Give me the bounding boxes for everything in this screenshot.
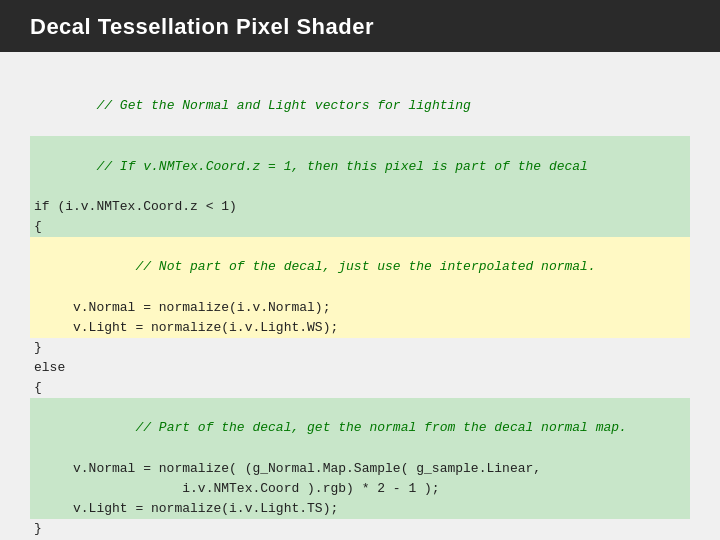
code-line-12: v.Normal = normalize( (g_Normal.Map.Samp…: [30, 459, 690, 479]
code-line-2: // If v.NMTex.Coord.z = 1, then this pix…: [30, 136, 690, 196]
slide: Decal Tessellation Pixel Shader // Get t…: [0, 0, 720, 540]
code-line-1: // Get the Normal and Light vectors for …: [30, 76, 690, 136]
code-line-3: if (i.v.NMTex.Coord.z < 1): [30, 197, 690, 217]
code-line-10: {: [30, 378, 690, 398]
title-bar: Decal Tessellation Pixel Shader: [0, 0, 720, 52]
comment-1: // Get the Normal and Light vectors for …: [96, 98, 470, 113]
slide-title: Decal Tessellation Pixel Shader: [30, 14, 374, 39]
code-line-5: // Not part of the decal, just use the i…: [30, 237, 690, 297]
code-line-11: // Part of the decal, get the normal fro…: [30, 398, 690, 458]
code-line-13: i.v.NMTex.Coord ).rgb) * 2 - 1 );: [30, 479, 690, 499]
content-area: // Get the Normal and Light vectors for …: [0, 52, 720, 540]
code-block: // Get the Normal and Light vectors for …: [30, 76, 690, 540]
code-line-4: {: [30, 217, 690, 237]
comment-3: // Not part of the decal, just use the i…: [96, 259, 595, 274]
comment-4: // Part of the decal, get the normal fro…: [96, 420, 627, 435]
code-line-7: v.Light = normalize(i.v.Light.WS);: [30, 318, 690, 338]
code-line-8: }: [30, 338, 690, 358]
code-line-14: v.Light = normalize(i.v.Light.TS);: [30, 499, 690, 519]
code-line-15: }: [30, 519, 690, 539]
code-line-9: else: [30, 358, 690, 378]
code-line-6: v.Normal = normalize(i.v.Normal);: [30, 298, 690, 318]
comment-2: // If v.NMTex.Coord.z = 1, then this pix…: [96, 159, 587, 174]
